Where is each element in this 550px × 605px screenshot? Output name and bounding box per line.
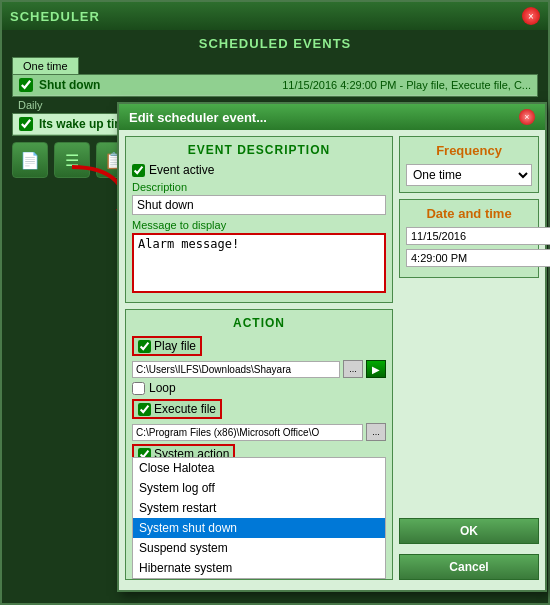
right-panel: Frequency One time Daily Weekly Monthly … xyxy=(399,136,539,580)
ok-button[interactable]: OK xyxy=(399,518,539,544)
frequency-title: Frequency xyxy=(406,143,532,158)
dropdown-item-close-halotea[interactable]: Close Halotea xyxy=(133,458,385,478)
event-active-checkbox[interactable] xyxy=(132,164,145,177)
description-input[interactable] xyxy=(132,195,386,215)
tab-one-time[interactable]: One time xyxy=(12,57,79,74)
dropdown-item-shutdown[interactable]: System shut down xyxy=(133,518,385,538)
message-label: Message to display xyxy=(132,219,386,231)
time-input[interactable] xyxy=(406,249,550,267)
message-textarea[interactable]: Alarm message! xyxy=(132,233,386,293)
list-button[interactable]: ☰ xyxy=(54,142,90,178)
execute-file-browse-button[interactable]: ... xyxy=(366,423,386,441)
execute-file-highlighted: Execute file xyxy=(132,399,222,419)
play-file-path-row: C:\Users\ILFS\Downloads\Shayara ... ▶ xyxy=(132,360,386,378)
play-file-browse-button[interactable]: ... xyxy=(343,360,363,378)
play-file-checkbox[interactable] xyxy=(138,340,151,353)
event-list: Shut down 11/15/2016 4:29:00 PM - Play f… xyxy=(12,74,538,97)
play-file-row: Play file xyxy=(132,336,386,356)
scheduled-events-title: SCHEDULED EVENTS xyxy=(2,30,548,57)
datetime-title: Date and time xyxy=(406,206,532,221)
loop-label: Loop xyxy=(149,381,176,395)
title-bar: SCHEDULER × xyxy=(2,2,548,30)
dropdown-item-hibernate[interactable]: Hibernate system xyxy=(133,558,385,578)
dropdown-item-logoff[interactable]: System log off xyxy=(133,478,385,498)
app-window: SCHEDULER × SCHEDULED EVENTS One time Sh… xyxy=(0,0,550,605)
event-name: Shut down xyxy=(39,78,149,92)
table-row[interactable]: Shut down 11/15/2016 4:29:00 PM - Play f… xyxy=(13,75,537,96)
play-file-label: Play file xyxy=(154,339,196,353)
event-description-box: EVENT DESCRIPTION Event active Descripti… xyxy=(125,136,393,303)
spacer xyxy=(399,284,539,512)
loop-checkbox[interactable] xyxy=(132,382,145,395)
edit-dialog: Edit scheduler event... × EVENT DESCRIPT… xyxy=(117,102,547,592)
dialog-content: EVENT DESCRIPTION Event active Descripti… xyxy=(119,130,545,586)
event-active-row: Event active xyxy=(132,163,386,177)
time-row: ▲ ▼ xyxy=(406,249,532,267)
new-button[interactable]: 📄 xyxy=(12,142,48,178)
dropdown-open-list: Close Halotea System log off System rest… xyxy=(132,457,386,579)
date-input[interactable] xyxy=(406,227,550,245)
event-checkbox-2[interactable] xyxy=(19,117,33,131)
description-label: Description xyxy=(132,181,386,193)
execute-file-path-row: C:\Program Files (x86)\Microsoft Office\… xyxy=(132,423,386,441)
dialog-title-bar: Edit scheduler event... × xyxy=(119,104,545,130)
date-row: ▲ ▼ xyxy=(406,227,532,245)
event-checkbox[interactable] xyxy=(19,78,33,92)
app-title: SCHEDULER xyxy=(10,9,100,24)
play-button[interactable]: ▶ xyxy=(366,360,386,378)
action-title: ACTION xyxy=(132,316,386,330)
play-file-highlighted: Play file xyxy=(132,336,202,356)
execute-file-row: Execute file xyxy=(132,399,386,419)
execute-file-label: Execute file xyxy=(154,402,216,416)
loop-row: Loop xyxy=(132,381,386,395)
frequency-box: Frequency One time Daily Weekly Monthly xyxy=(399,136,539,193)
cancel-button[interactable]: Cancel xyxy=(399,554,539,580)
dialog-close-button[interactable]: × xyxy=(519,109,535,125)
datetime-box: Date and time ▲ ▼ ▲ ▼ xyxy=(399,199,539,278)
app-close-button[interactable]: × xyxy=(522,7,540,25)
tab-row: One time xyxy=(2,57,548,74)
frequency-select[interactable]: One time Daily Weekly Monthly xyxy=(406,164,532,186)
execute-file-input[interactable]: C:\Program Files (x86)\Microsoft Office\… xyxy=(132,424,363,441)
left-panel: EVENT DESCRIPTION Event active Descripti… xyxy=(125,136,393,580)
dropdown-item-suspend[interactable]: Suspend system xyxy=(133,538,385,558)
action-box: ACTION Play file C:\Users\ILFS\Downloads… xyxy=(125,309,393,580)
dialog-title: Edit scheduler event... xyxy=(129,110,267,125)
event-description-title: EVENT DESCRIPTION xyxy=(132,143,386,157)
dropdown-item-restart[interactable]: System restart xyxy=(133,498,385,518)
event-details: 11/15/2016 4:29:00 PM - Play file, Execu… xyxy=(149,79,531,91)
event-active-label: Event active xyxy=(149,163,214,177)
execute-file-checkbox[interactable] xyxy=(138,403,151,416)
play-file-input[interactable]: C:\Users\ILFS\Downloads\Shayara xyxy=(132,361,340,378)
